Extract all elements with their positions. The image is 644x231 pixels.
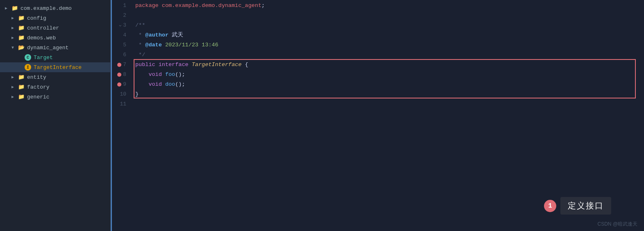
breakpoint-indicator <box>117 73 121 77</box>
chevron-icon: ▶ <box>11 94 17 99</box>
code-line-3: /** <box>131 21 644 30</box>
sidebar-item-label: demos.web <box>27 35 56 41</box>
code-lines: package com.example.demo.dynamic_agent; … <box>131 0 644 231</box>
code-token <box>155 60 159 70</box>
code-line-4: * @author 武天 <box>131 30 644 40</box>
code-token: } <box>135 89 139 99</box>
chevron-icon: ▶ <box>11 16 17 21</box>
line-number: 1 <box>123 1 126 11</box>
code-token: /** <box>135 21 145 30</box>
code-area: 1 2 ⌵ 3 4 5 6 7 8 9 10 11 package com.ex… <box>111 0 644 231</box>
folder-icon: 📁 <box>11 5 18 11</box>
sidebar-item-dynamic-agent[interactable]: ▼ 📂 dynamic_agent <box>0 43 110 53</box>
sidebar-item-entity[interactable]: ▶ 📁 entity <box>0 72 110 82</box>
line-number: 9 <box>123 80 126 89</box>
gutter-line-9: 9 <box>111 80 131 89</box>
breakpoint-indicator <box>117 82 121 87</box>
sidebar-item-factory[interactable]: ▶ 📁 factory <box>0 82 110 92</box>
code-token <box>162 80 165 89</box>
code-token <box>189 60 192 70</box>
code-token: (); <box>175 80 185 89</box>
sidebar-item-com-example-demo[interactable]: ▶ 📁 com.example.demo <box>0 3 110 13</box>
sidebar-item-label: dynamic_agent <box>27 45 68 51</box>
sidebar-item-config[interactable]: ▶ 📁 config <box>0 13 110 23</box>
line-number: 3 <box>123 21 126 30</box>
sidebar-item-label: factory <box>27 84 50 90</box>
chevron-icon: ▶ <box>11 85 17 89</box>
csdn-watermark: CSDN @暗武逢天 <box>597 221 637 228</box>
chevron-icon: ▶ <box>11 35 17 40</box>
code-token: @date <box>145 40 162 50</box>
chevron-down-icon: ▼ <box>11 46 17 50</box>
code-token: @author <box>145 30 168 40</box>
gutter-line-10: 10 <box>111 89 131 99</box>
sidebar-item-label: TargetInterface <box>34 64 82 71</box>
annotation-box: 1 定义接口 <box>544 197 611 215</box>
code-token: void <box>148 80 162 89</box>
code-token: (); <box>175 70 185 80</box>
code-token: { <box>241 60 248 70</box>
line-number: 4 <box>123 30 126 40</box>
code-editor: 1 2 ⌵ 3 4 5 6 7 8 9 10 11 package com.ex… <box>111 0 644 231</box>
folder-icon: 📁 <box>18 15 25 21</box>
line-number: 2 <box>123 11 126 21</box>
gutter-line-6: 6 <box>111 50 131 60</box>
sidebar-item-label: controller <box>27 25 59 31</box>
code-line-11 <box>131 99 644 109</box>
code-line-8: void foo(); <box>131 70 644 80</box>
code-token: ; <box>262 1 265 11</box>
code-token: * <box>135 30 145 40</box>
folder-icon: 📁 <box>18 94 25 100</box>
sidebar-item-label: com.example.demo <box>20 5 72 11</box>
sidebar-item-label: Target <box>34 55 53 61</box>
code-line-1: package com.example.demo.dynamic_agent; <box>131 1 644 11</box>
code-line-9: void doo(); <box>131 80 644 89</box>
folder-icon: 📁 <box>18 25 25 31</box>
line-numbers: 1 2 ⌵ 3 4 5 6 7 8 9 10 11 <box>111 0 131 231</box>
line-number: 10 <box>120 89 126 99</box>
file-tree: ▶ 📁 com.example.demo ▶ 📁 config ▶ 📁 cont… <box>0 0 111 231</box>
code-token <box>162 70 165 80</box>
sidebar-item-label: generic <box>27 94 50 100</box>
chevron-icon: ▶ <box>11 25 17 30</box>
code-token: com.example.demo.dynamic_agent <box>162 1 262 11</box>
code-token: foo <box>165 70 175 80</box>
line-number: 11 <box>120 99 126 109</box>
interface-icon: I <box>25 64 31 71</box>
folder-open-icon: 📂 <box>18 44 25 51</box>
line-number: 8 <box>123 70 126 80</box>
annotation-text: 定义接口 <box>560 197 611 215</box>
chevron-icon: ▶ <box>11 75 17 80</box>
fold-icon: ⌵ <box>119 21 121 30</box>
sidebar-item-demos-web[interactable]: ▶ 📁 demos.web <box>0 33 110 43</box>
gutter-line-7: 7 <box>111 60 131 70</box>
code-token: TargetInterface <box>192 60 242 70</box>
folder-icon: 📁 <box>18 74 25 80</box>
line-number: 5 <box>123 40 126 50</box>
folder-icon: 📁 <box>18 84 25 90</box>
code-token <box>135 80 148 89</box>
editor-guide-line <box>111 0 112 231</box>
code-token: public <box>135 60 155 70</box>
code-token: */ <box>135 50 145 60</box>
code-token: void <box>148 70 162 80</box>
sidebar-item-controller[interactable]: ▶ 📁 controller <box>0 23 110 33</box>
line-number: 7 <box>123 60 126 70</box>
code-token: 武天 <box>168 30 183 40</box>
chevron-icon: ▶ <box>5 6 11 11</box>
code-token: 2023/11/23 13:46 <box>162 40 218 50</box>
sidebar-item-label: config <box>27 15 46 21</box>
gutter-line-1: 1 <box>111 1 131 11</box>
code-line-5: * @date 2023/11/23 13:46 <box>131 40 644 50</box>
sidebar-item-target[interactable]: C Target <box>0 53 110 62</box>
code-token: * <box>135 40 145 50</box>
code-token: doo <box>165 80 175 89</box>
sidebar-item-target-interface[interactable]: I TargetInterface <box>0 62 110 72</box>
gutter-line-3: ⌵ 3 <box>111 21 131 30</box>
sidebar-item-generic[interactable]: ▶ 📁 generic <box>0 92 110 102</box>
gutter-line-4: 4 <box>111 30 131 40</box>
gutter-line-8: 8 <box>111 70 131 80</box>
class-icon: C <box>25 54 31 61</box>
code-line-6: */ <box>131 50 644 60</box>
annotation-number: 1 <box>544 200 556 212</box>
